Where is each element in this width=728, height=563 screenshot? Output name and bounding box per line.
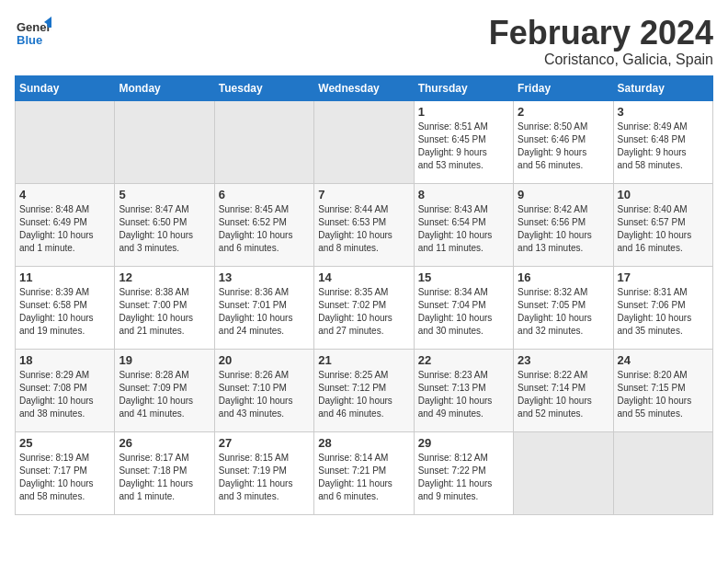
day-info: Sunrise: 8:42 AM Sunset: 6:56 PM Dayligh… [518, 203, 609, 255]
calendar-week-row: 4Sunrise: 8:48 AM Sunset: 6:49 PM Daylig… [16, 183, 713, 266]
calendar-day-cell: 15Sunrise: 8:34 AM Sunset: 7:04 PM Dayli… [414, 266, 513, 349]
day-info: Sunrise: 8:48 AM Sunset: 6:49 PM Dayligh… [19, 203, 110, 255]
calendar-day-cell: 1Sunrise: 8:51 AM Sunset: 6:45 PM Daylig… [414, 100, 513, 183]
calendar-day-header: Monday [115, 75, 214, 100]
calendar-day-header: Wednesday [314, 75, 414, 100]
calendar-week-row: 18Sunrise: 8:29 AM Sunset: 7:08 PM Dayli… [16, 349, 713, 431]
calendar-day-cell: 21Sunrise: 8:25 AM Sunset: 7:12 PM Dayli… [314, 349, 414, 431]
calendar-day-header: Sunday [16, 75, 115, 100]
day-number: 26 [119, 436, 210, 450]
svg-text:Blue: Blue [17, 33, 42, 47]
calendar-day-cell: 27Sunrise: 8:15 AM Sunset: 7:19 PM Dayli… [214, 431, 313, 514]
day-info: Sunrise: 8:47 AM Sunset: 6:50 PM Dayligh… [119, 203, 210, 255]
day-info: Sunrise: 8:12 AM Sunset: 7:22 PM Dayligh… [418, 452, 509, 503]
day-number: 27 [219, 436, 310, 450]
logo: General Blue [15, 15, 51, 55]
calendar-day-cell: 12Sunrise: 8:38 AM Sunset: 7:00 PM Dayli… [115, 266, 214, 349]
calendar-day-cell [115, 100, 214, 183]
calendar-day-cell: 11Sunrise: 8:39 AM Sunset: 6:58 PM Dayli… [16, 266, 115, 349]
calendar-day-cell: 14Sunrise: 8:35 AM Sunset: 7:02 PM Dayli… [314, 266, 414, 349]
day-number: 8 [418, 188, 509, 201]
calendar-day-cell [314, 100, 414, 183]
day-info: Sunrise: 8:29 AM Sunset: 7:08 PM Dayligh… [19, 369, 110, 420]
day-number: 20 [219, 353, 310, 367]
day-number: 1 [418, 105, 509, 119]
calendar-day-cell: 28Sunrise: 8:14 AM Sunset: 7:21 PM Dayli… [314, 431, 414, 514]
day-info: Sunrise: 8:19 AM Sunset: 7:17 PM Dayligh… [19, 452, 110, 503]
day-info: Sunrise: 8:36 AM Sunset: 7:01 PM Dayligh… [219, 286, 310, 338]
day-number: 29 [418, 436, 509, 450]
day-number: 13 [219, 270, 310, 284]
calendar-day-cell: 19Sunrise: 8:28 AM Sunset: 7:09 PM Dayli… [115, 349, 214, 431]
day-info: Sunrise: 8:25 AM Sunset: 7:12 PM Dayligh… [318, 369, 409, 420]
day-number: 3 [618, 105, 709, 119]
day-number: 4 [19, 188, 110, 201]
day-info: Sunrise: 8:40 AM Sunset: 6:57 PM Dayligh… [618, 203, 709, 255]
calendar-day-cell: 10Sunrise: 8:40 AM Sunset: 6:57 PM Dayli… [613, 183, 712, 266]
day-info: Sunrise: 8:23 AM Sunset: 7:13 PM Dayligh… [418, 369, 509, 420]
calendar-header-row: SundayMondayTuesdayWednesdayThursdayFrid… [16, 75, 713, 100]
day-number: 5 [119, 188, 210, 201]
day-number: 14 [318, 270, 409, 284]
calendar-day-cell: 3Sunrise: 8:49 AM Sunset: 6:48 PM Daylig… [613, 100, 712, 183]
day-info: Sunrise: 8:43 AM Sunset: 6:54 PM Dayligh… [418, 203, 509, 255]
day-info: Sunrise: 8:51 AM Sunset: 6:45 PM Dayligh… [418, 121, 509, 172]
day-number: 19 [119, 353, 210, 367]
calendar-day-header: Friday [514, 75, 613, 100]
day-number: 17 [618, 270, 709, 284]
calendar-body: 1Sunrise: 8:51 AM Sunset: 6:45 PM Daylig… [16, 100, 713, 514]
day-number: 24 [618, 353, 709, 367]
day-info: Sunrise: 8:20 AM Sunset: 7:15 PM Dayligh… [618, 369, 709, 420]
calendar-day-cell [514, 431, 613, 514]
calendar-day-header: Thursday [414, 75, 513, 100]
calendar-week-row: 25Sunrise: 8:19 AM Sunset: 7:17 PM Dayli… [16, 431, 713, 514]
day-info: Sunrise: 8:45 AM Sunset: 6:52 PM Dayligh… [219, 203, 310, 255]
day-info: Sunrise: 8:39 AM Sunset: 6:58 PM Dayligh… [19, 286, 110, 338]
day-info: Sunrise: 8:38 AM Sunset: 7:00 PM Dayligh… [119, 286, 210, 338]
location-title: Coristanco, Galicia, Spain [489, 52, 713, 68]
calendar-day-cell [613, 431, 712, 514]
day-number: 21 [318, 353, 409, 367]
month-title: February 2024 [489, 15, 713, 52]
day-number: 23 [518, 353, 609, 367]
calendar-day-cell: 29Sunrise: 8:12 AM Sunset: 7:22 PM Dayli… [414, 431, 513, 514]
calendar-week-row: 1Sunrise: 8:51 AM Sunset: 6:45 PM Daylig… [16, 100, 713, 183]
calendar-day-cell: 6Sunrise: 8:45 AM Sunset: 6:52 PM Daylig… [214, 183, 313, 266]
day-number: 22 [418, 353, 509, 367]
calendar-day-cell [16, 100, 115, 183]
day-number: 9 [518, 188, 609, 201]
day-info: Sunrise: 8:32 AM Sunset: 7:05 PM Dayligh… [518, 286, 609, 338]
day-info: Sunrise: 8:26 AM Sunset: 7:10 PM Dayligh… [219, 369, 310, 420]
day-info: Sunrise: 8:14 AM Sunset: 7:21 PM Dayligh… [318, 452, 409, 503]
day-info: Sunrise: 8:17 AM Sunset: 7:18 PM Dayligh… [119, 452, 210, 503]
day-number: 10 [618, 188, 709, 201]
day-info: Sunrise: 8:34 AM Sunset: 7:04 PM Dayligh… [418, 286, 509, 338]
calendar-day-cell: 26Sunrise: 8:17 AM Sunset: 7:18 PM Dayli… [115, 431, 214, 514]
calendar-day-cell: 5Sunrise: 8:47 AM Sunset: 6:50 PM Daylig… [115, 183, 214, 266]
day-info: Sunrise: 8:15 AM Sunset: 7:19 PM Dayligh… [219, 452, 310, 503]
calendar-table: SundayMondayTuesdayWednesdayThursdayFrid… [15, 75, 713, 515]
calendar-day-cell: 8Sunrise: 8:43 AM Sunset: 6:54 PM Daylig… [414, 183, 513, 266]
title-area: February 2024 Coristanco, Galicia, Spain [489, 15, 713, 68]
calendar-day-cell: 23Sunrise: 8:22 AM Sunset: 7:14 PM Dayli… [514, 349, 613, 431]
day-info: Sunrise: 8:31 AM Sunset: 7:06 PM Dayligh… [618, 286, 709, 338]
calendar-day-cell: 16Sunrise: 8:32 AM Sunset: 7:05 PM Dayli… [514, 266, 613, 349]
calendar-day-cell: 13Sunrise: 8:36 AM Sunset: 7:01 PM Dayli… [214, 266, 313, 349]
day-number: 25 [19, 436, 110, 450]
day-number: 2 [518, 105, 609, 119]
day-info: Sunrise: 8:22 AM Sunset: 7:14 PM Dayligh… [518, 369, 609, 420]
calendar-day-header: Saturday [613, 75, 712, 100]
day-number: 18 [19, 353, 110, 367]
day-info: Sunrise: 8:35 AM Sunset: 7:02 PM Dayligh… [318, 286, 409, 338]
page-header: General Blue February 2024 Coristanco, G… [15, 15, 713, 68]
day-number: 12 [119, 270, 210, 284]
calendar-week-row: 11Sunrise: 8:39 AM Sunset: 6:58 PM Dayli… [16, 266, 713, 349]
logo-icon: General Blue [15, 15, 51, 55]
day-number: 15 [418, 270, 509, 284]
calendar-day-cell: 17Sunrise: 8:31 AM Sunset: 7:06 PM Dayli… [613, 266, 712, 349]
day-info: Sunrise: 8:44 AM Sunset: 6:53 PM Dayligh… [318, 203, 409, 255]
calendar-day-cell: 25Sunrise: 8:19 AM Sunset: 7:17 PM Dayli… [16, 431, 115, 514]
calendar-day-cell: 24Sunrise: 8:20 AM Sunset: 7:15 PM Dayli… [613, 349, 712, 431]
calendar-day-header: Tuesday [214, 75, 313, 100]
calendar-day-cell: 18Sunrise: 8:29 AM Sunset: 7:08 PM Dayli… [16, 349, 115, 431]
